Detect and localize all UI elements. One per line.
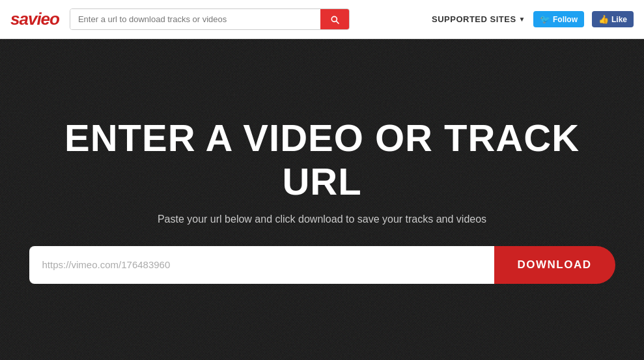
- download-button[interactable]: DOWNLOAD: [494, 246, 615, 284]
- twitter-icon: 🐦: [540, 14, 550, 24]
- twitter-follow-button[interactable]: 🐦 Follow: [533, 11, 584, 27]
- chevron-down-icon: ▼: [519, 16, 525, 23]
- search-button[interactable]: [320, 9, 349, 29]
- search-icon: [329, 14, 340, 25]
- facebook-like-button[interactable]: 👍 Like: [592, 11, 634, 27]
- logo[interactable]: savieo: [10, 9, 59, 29]
- supported-sites-button[interactable]: SUPPORTED SITES ▼: [432, 14, 525, 24]
- supported-sites-label: SUPPORTED SITES: [432, 14, 516, 24]
- url-input[interactable]: [29, 246, 494, 284]
- hero-section: ENTER A VIDEO OR TRACK URL Paste your ur…: [0, 39, 644, 360]
- twitter-follow-label: Follow: [553, 15, 578, 24]
- hero-title: ENTER A VIDEO OR TRACK URL: [26, 116, 618, 203]
- nav-supported-sites: SUPPORTED SITES ▼ 🐦 Follow 👍 Like: [432, 11, 634, 27]
- facebook-like-label: Like: [611, 15, 627, 24]
- url-form: DOWNLOAD: [29, 246, 615, 284]
- hero-subtitle: Paste your url below and click download …: [158, 214, 486, 225]
- facebook-icon: 👍: [598, 14, 609, 24]
- search-form: [70, 8, 350, 30]
- search-input[interactable]: [70, 9, 320, 29]
- header: savieo SUPPORTED SITES ▼ 🐦 Follow 👍 Like: [0, 0, 644, 39]
